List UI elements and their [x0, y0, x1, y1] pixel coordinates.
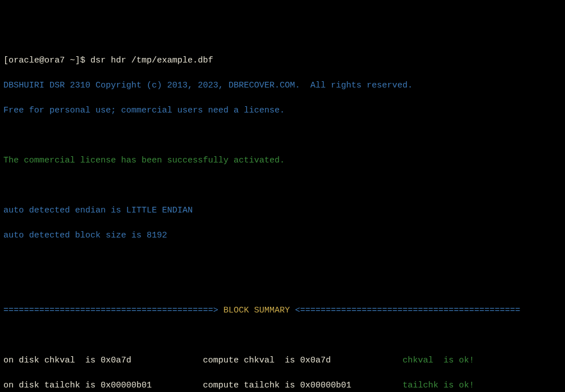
chkval-line: on disk chkval is 0x0a7d compute chkval …: [3, 355, 562, 367]
summary-left-equals: ========================================…: [3, 306, 223, 315]
blank-line: [3, 130, 562, 142]
chkval-status: chkval is ok!: [402, 356, 474, 365]
chkval-values: on disk chkval is 0x0a7d compute chkval …: [3, 356, 402, 365]
command-prompt-line: [oracle@ora7 ~]$ dsr hdr /tmp/example.db…: [3, 55, 562, 67]
tailchk-line: on disk tailchk is 0x00000b01 compute ta…: [3, 380, 562, 392]
blank-line: [3, 330, 562, 342]
blank-line: [3, 280, 562, 292]
shell-prompt: [oracle@ora7 ~]$ dsr hdr /tmp/example.db…: [3, 56, 213, 65]
auto-detect-endian: auto detected endian is LITTLE ENDIAN: [3, 205, 562, 217]
block-summary-header: ========================================…: [3, 305, 562, 317]
summary-title: BLOCK SUMMARY: [223, 306, 290, 315]
copyright-line-2: Free for personal use; commercial users …: [3, 105, 562, 117]
summary-right-equals: <=======================================…: [290, 306, 520, 315]
copyright-line-1: DBSHUIRI DSR 2310 Copyright (c) 2013, 20…: [3, 80, 562, 92]
license-message: The commercial license has been successf…: [3, 155, 562, 167]
tailchk-status: tailchk is ok!: [402, 381, 474, 390]
tailchk-values: on disk tailchk is 0x00000b01 compute ta…: [3, 381, 402, 390]
blank-line: [3, 255, 562, 267]
auto-detect-block-size: auto detected block size is 8192: [3, 230, 562, 242]
blank-line: [3, 180, 562, 192]
